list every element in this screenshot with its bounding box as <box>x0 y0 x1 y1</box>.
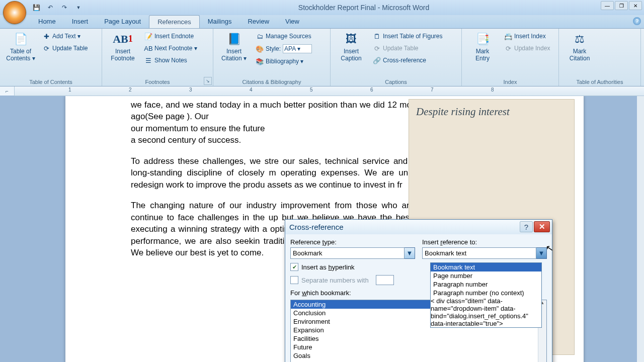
save-icon[interactable]: 💾 <box>31 3 41 13</box>
separate-numbers-label: Separate numbers with <box>301 277 369 284</box>
figures-icon: 🗒 <box>373 32 381 40</box>
tab-page-layout[interactable]: Page Layout <box>96 15 149 28</box>
insert-caption-button[interactable]: 🖼 Insert Caption <box>334 30 369 86</box>
group-label-index: Index <box>462 79 558 85</box>
insert-table-of-figures-button[interactable]: 🗒Insert Table of Figures <box>371 31 445 41</box>
window-title: Stockholder Report Final - Microsoft Wor… <box>84 4 644 12</box>
tab-view[interactable]: View <box>277 15 307 28</box>
reference-type-label: Reference type: <box>290 238 415 246</box>
close-button[interactable]: ✕ <box>629 1 642 10</box>
office-button[interactable] <box>3 1 26 24</box>
toc-icon: 📄 <box>13 31 29 47</box>
insert-reference-to-input[interactable] <box>422 247 536 259</box>
ruler-corner: ⌐ <box>0 86 15 96</box>
show-notes-button[interactable]: ☰Show Notes <box>142 55 199 65</box>
insert-footnote-button[interactable]: AB1 Insert Footnote <box>105 30 140 86</box>
document-area: we face, and we stand today in a much be… <box>0 96 644 362</box>
separate-numbers-input <box>376 275 394 285</box>
maximize-button[interactable]: ❐ <box>615 1 628 10</box>
footnotes-dialog-launcher[interactable]: ↘ <box>204 77 212 85</box>
next-footnote-button[interactable]: ABNext Footnote ▾ <box>142 43 199 53</box>
mark-citation-button[interactable]: ⚖ Mark Citation <box>562 30 597 86</box>
update-index-button: ⟳Update Index <box>502 43 552 53</box>
dropdown-item[interactable]: Paragraph number <box>431 280 541 289</box>
manage-sources-icon: 🗂 <box>256 32 264 40</box>
insert-reference-to-combo[interactable]: ▼ <box>422 247 547 259</box>
endnote-icon: 📝 <box>144 32 152 40</box>
tab-mailings[interactable]: Mailings <box>200 15 240 28</box>
help-icon[interactable]: ? <box>633 17 641 25</box>
redo-icon[interactable]: ↷ <box>59 3 69 13</box>
vertical-scrollbar[interactable] <box>637 96 644 362</box>
update-table-captions-button: ⟳Update Table <box>371 43 445 53</box>
update-index-icon: ⟳ <box>504 44 512 52</box>
insert-index-button[interactable]: 📇Insert Index <box>502 31 552 41</box>
citation-style-dropdown[interactable]: 🎨Style: APA ▾ <box>254 43 314 54</box>
update-icon: ⟳ <box>42 44 50 52</box>
undo-icon[interactable]: ↶ <box>45 3 55 13</box>
insert-hyperlink-label: Insert as hyperlink <box>301 263 355 271</box>
add-text-icon: ✚ <box>42 32 50 40</box>
dialog-close-button[interactable]: ✕ <box>534 221 550 232</box>
list-item[interactable]: Future <box>291 343 546 351</box>
caption-icon: 🖼 <box>343 31 359 47</box>
quick-access-toolbar: 💾 ↶ ↷ ▼ <box>31 3 84 13</box>
bibliography-icon: 📚 <box>256 57 264 65</box>
insert-citation-button[interactable]: 📘 Insert Citation ▾ <box>216 30 252 86</box>
tab-review[interactable]: Review <box>239 15 277 28</box>
horizontal-ruler[interactable]: ⌐ 1 2 3 4 5 6 7 8 <box>14 86 644 96</box>
mark-entry-button[interactable]: 📑 Mark Entry <box>465 30 500 86</box>
insert-reference-to-label: Insert reference to: <box>422 238 547 246</box>
chevron-down-icon[interactable]: ▼ <box>536 247 547 259</box>
group-label-toa: Table of Authorities <box>559 79 640 85</box>
add-text-button[interactable]: ✚Add Text ▾ <box>40 31 90 41</box>
separate-numbers-checkbox <box>290 276 298 284</box>
update-table-button[interactable]: ⟳Update Table <box>40 43 90 53</box>
cross-reference-dialog: Cross-reference ? ✕ Reference type: ▼ ✔ … <box>285 219 552 362</box>
insert-reference-dropdown[interactable]: Bookmark text Page number Paragraph numb… <box>430 262 542 328</box>
reference-type-input[interactable] <box>290 247 405 259</box>
tab-home[interactable]: Home <box>30 15 64 28</box>
citation-icon: 📘 <box>226 31 242 47</box>
dropdown-item[interactable]: Paragraph number (no context) <box>431 289 541 297</box>
dialog-title: Cross-reference <box>289 223 344 231</box>
ribbon: 📄 Table of Contents ▾ ✚Add Text ▾ ⟳Updat… <box>0 29 644 86</box>
dialog-help-button[interactable]: ? <box>520 221 533 232</box>
mark-citation-icon: ⚖ <box>572 31 588 47</box>
toc-label: Table of Contents ▾ <box>6 48 35 62</box>
cross-reference-button[interactable]: 🔗Cross-reference <box>371 55 445 65</box>
mark-entry-icon: 📑 <box>474 31 491 47</box>
insert-endnote-button[interactable]: 📝Insert Endnote <box>142 31 199 41</box>
cross-reference-icon: 🔗 <box>373 56 381 64</box>
title-bar: 💾 ↶ ↷ ▼ Stockholder Report Final - Micro… <box>0 0 644 15</box>
footnote-icon: AB1 <box>115 31 131 47</box>
group-label-footnotes: Footnotes <box>102 79 213 85</box>
minimize-button[interactable]: — <box>601 1 614 10</box>
show-notes-icon: ☰ <box>144 56 152 64</box>
dialog-titlebar[interactable]: Cross-reference ? ✕ <box>285 220 552 234</box>
dropdown-item[interactable]: Bookmark text <box>431 263 541 272</box>
group-label-toc: Table of Contents <box>0 79 102 85</box>
chevron-down-icon[interactable]: ▼ <box>405 247 415 259</box>
list-item[interactable]: Facilities <box>291 334 546 343</box>
qat-customize-icon[interactable]: ▼ <box>73 3 84 13</box>
group-label-captions: Captions <box>331 79 461 85</box>
list-item[interactable]: Green_facts <box>291 360 546 362</box>
table-of-contents-button[interactable]: 📄 Table of Contents ▾ <box>3 30 38 86</box>
manage-sources-button[interactable]: 🗂Manage Sources <box>254 31 314 41</box>
update-captions-icon: ⟳ <box>373 44 381 52</box>
ribbon-tabs: Home Insert Page Layout References Maili… <box>0 15 644 29</box>
group-label-citations: Citations & Bibliography <box>213 79 330 85</box>
bibliography-button[interactable]: 📚Bibliography ▾ <box>254 56 314 66</box>
next-footnote-icon: AB <box>144 44 152 52</box>
insert-index-icon: 📇 <box>504 32 512 40</box>
reference-type-combo[interactable]: ▼ <box>290 247 415 259</box>
dropdown-item[interactable]: Page number <box>431 272 541 280</box>
tab-references[interactable]: References <box>149 15 199 28</box>
style-icon: 🎨 <box>256 45 264 53</box>
insert-hyperlink-checkbox[interactable]: ✔ <box>290 263 298 271</box>
list-item[interactable]: Goals <box>291 351 546 360</box>
tab-insert[interactable]: Insert <box>64 15 97 28</box>
